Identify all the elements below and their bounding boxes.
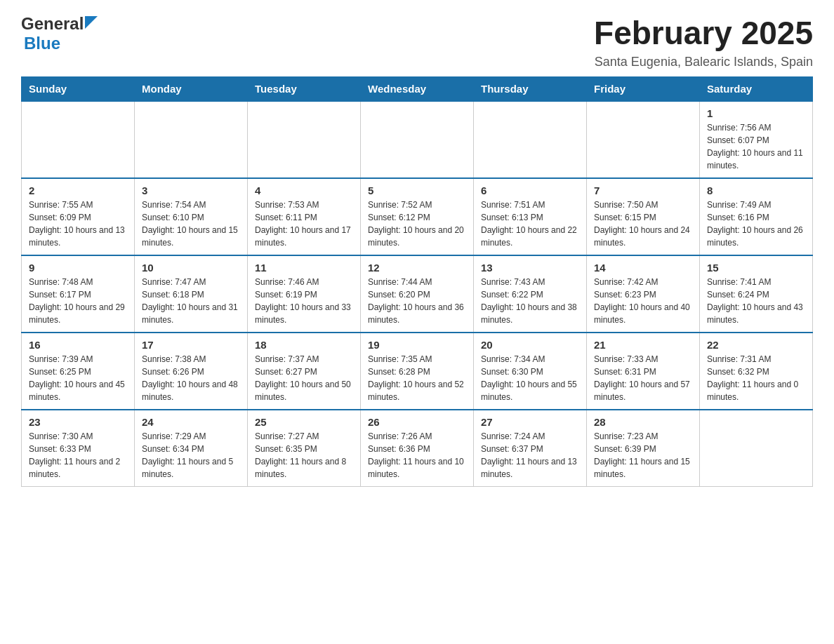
day-number: 26 [368,416,466,428]
calendar-cell: 2Sunrise: 7:55 AM Sunset: 6:09 PM Daylig… [22,178,135,255]
day-info: Sunrise: 7:41 AM Sunset: 6:24 PM Dayligh… [707,276,805,326]
calendar-cell: 26Sunrise: 7:26 AM Sunset: 6:36 PM Dayli… [361,410,474,487]
calendar-cell [361,101,474,178]
calendar-week-row: 9Sunrise: 7:48 AM Sunset: 6:17 PM Daylig… [22,255,813,333]
calendar-week-row: 16Sunrise: 7:39 AM Sunset: 6:25 PM Dayli… [22,333,813,410]
calendar-header-friday: Friday [587,77,700,102]
day-info: Sunrise: 7:49 AM Sunset: 6:16 PM Dayligh… [707,199,805,249]
day-info: Sunrise: 7:24 AM Sunset: 6:37 PM Dayligh… [481,430,579,481]
day-number: 16 [29,339,127,351]
svg-marker-0 [85,16,98,29]
day-info: Sunrise: 7:50 AM Sunset: 6:15 PM Dayligh… [594,199,692,249]
calendar-cell: 1Sunrise: 7:56 AM Sunset: 6:07 PM Daylig… [700,101,813,178]
day-info: Sunrise: 7:37 AM Sunset: 6:27 PM Dayligh… [255,353,353,403]
calendar-cell: 12Sunrise: 7:44 AM Sunset: 6:20 PM Dayli… [361,255,474,333]
calendar-cell: 28Sunrise: 7:23 AM Sunset: 6:39 PM Dayli… [587,410,700,487]
logo-general-text: General [21,14,84,34]
day-number: 9 [29,262,127,274]
day-number: 25 [255,416,353,428]
day-number: 28 [594,416,692,428]
day-number: 13 [481,262,579,274]
calendar-cell [22,101,135,178]
month-title: February 2025 [594,14,813,52]
day-info: Sunrise: 7:44 AM Sunset: 6:20 PM Dayligh… [368,276,466,326]
day-number: 11 [255,262,353,274]
day-number: 8 [707,185,805,196]
day-number: 1 [707,107,805,119]
day-info: Sunrise: 7:47 AM Sunset: 6:18 PM Dayligh… [142,276,240,326]
day-number: 19 [368,339,466,351]
day-number: 14 [594,262,692,274]
calendar-cell: 11Sunrise: 7:46 AM Sunset: 6:19 PM Dayli… [248,255,361,333]
calendar-header-thursday: Thursday [474,77,587,102]
logo: General Blue [21,14,98,53]
day-number: 21 [594,339,692,351]
calendar-cell: 22Sunrise: 7:31 AM Sunset: 6:32 PM Dayli… [700,333,813,410]
calendar-cell: 10Sunrise: 7:47 AM Sunset: 6:18 PM Dayli… [135,255,248,333]
calendar-header-monday: Monday [135,77,248,102]
location-subtitle: Santa Eugenia, Balearic Islands, Spain [594,55,813,69]
day-info: Sunrise: 7:56 AM Sunset: 6:07 PM Dayligh… [707,121,805,172]
day-number: 3 [142,185,240,196]
day-number: 24 [142,416,240,428]
day-info: Sunrise: 7:46 AM Sunset: 6:19 PM Dayligh… [255,276,353,326]
day-number: 6 [481,185,579,196]
calendar-cell: 6Sunrise: 7:51 AM Sunset: 6:13 PM Daylig… [474,178,587,255]
calendar-table: SundayMondayTuesdayWednesdayThursdayFrid… [21,76,813,487]
calendar-cell: 4Sunrise: 7:53 AM Sunset: 6:11 PM Daylig… [248,178,361,255]
day-number: 23 [29,416,127,428]
calendar-cell [248,101,361,178]
calendar-cell: 19Sunrise: 7:35 AM Sunset: 6:28 PM Dayli… [361,333,474,410]
day-number: 17 [142,339,240,351]
calendar-cell: 27Sunrise: 7:24 AM Sunset: 6:37 PM Dayli… [474,410,587,487]
calendar-cell: 13Sunrise: 7:43 AM Sunset: 6:22 PM Dayli… [474,255,587,333]
day-info: Sunrise: 7:53 AM Sunset: 6:11 PM Dayligh… [255,199,353,249]
day-number: 27 [481,416,579,428]
calendar-header-saturday: Saturday [700,77,813,102]
day-number: 4 [255,185,353,196]
calendar-week-row: 1Sunrise: 7:56 AM Sunset: 6:07 PM Daylig… [22,101,813,178]
day-info: Sunrise: 7:30 AM Sunset: 6:33 PM Dayligh… [29,430,127,481]
day-info: Sunrise: 7:43 AM Sunset: 6:22 PM Dayligh… [481,276,579,326]
day-number: 2 [29,185,127,196]
logo-arrow-icon [85,16,98,32]
day-info: Sunrise: 7:26 AM Sunset: 6:36 PM Dayligh… [368,430,466,481]
calendar-cell: 15Sunrise: 7:41 AM Sunset: 6:24 PM Dayli… [700,255,813,333]
day-info: Sunrise: 7:39 AM Sunset: 6:25 PM Dayligh… [29,353,127,403]
day-number: 15 [707,262,805,274]
calendar-cell: 24Sunrise: 7:29 AM Sunset: 6:34 PM Dayli… [135,410,248,487]
calendar-cell [700,410,813,487]
day-info: Sunrise: 7:42 AM Sunset: 6:23 PM Dayligh… [594,276,692,326]
page-header: General Blue February 2025 Santa Eugenia… [21,14,813,69]
day-info: Sunrise: 7:38 AM Sunset: 6:26 PM Dayligh… [142,353,240,403]
calendar-cell: 5Sunrise: 7:52 AM Sunset: 6:12 PM Daylig… [361,178,474,255]
calendar-header-sunday: Sunday [22,77,135,102]
calendar-cell: 16Sunrise: 7:39 AM Sunset: 6:25 PM Dayli… [22,333,135,410]
day-info: Sunrise: 7:35 AM Sunset: 6:28 PM Dayligh… [368,353,466,403]
calendar-header-wednesday: Wednesday [361,77,474,102]
calendar-cell: 8Sunrise: 7:49 AM Sunset: 6:16 PM Daylig… [700,178,813,255]
calendar-cell: 18Sunrise: 7:37 AM Sunset: 6:27 PM Dayli… [248,333,361,410]
calendar-header-tuesday: Tuesday [248,77,361,102]
day-info: Sunrise: 7:48 AM Sunset: 6:17 PM Dayligh… [29,276,127,326]
day-number: 10 [142,262,240,274]
calendar-cell: 25Sunrise: 7:27 AM Sunset: 6:35 PM Dayli… [248,410,361,487]
calendar-cell: 23Sunrise: 7:30 AM Sunset: 6:33 PM Dayli… [22,410,135,487]
day-info: Sunrise: 7:52 AM Sunset: 6:12 PM Dayligh… [368,199,466,249]
calendar-cell: 3Sunrise: 7:54 AM Sunset: 6:10 PM Daylig… [135,178,248,255]
calendar-week-row: 2Sunrise: 7:55 AM Sunset: 6:09 PM Daylig… [22,178,813,255]
day-info: Sunrise: 7:27 AM Sunset: 6:35 PM Dayligh… [255,430,353,481]
day-info: Sunrise: 7:31 AM Sunset: 6:32 PM Dayligh… [707,353,805,403]
calendar-cell: 14Sunrise: 7:42 AM Sunset: 6:23 PM Dayli… [587,255,700,333]
day-number: 20 [481,339,579,351]
day-info: Sunrise: 7:55 AM Sunset: 6:09 PM Dayligh… [29,199,127,249]
day-number: 12 [368,262,466,274]
day-number: 22 [707,339,805,351]
calendar-cell [587,101,700,178]
day-number: 18 [255,339,353,351]
day-info: Sunrise: 7:34 AM Sunset: 6:30 PM Dayligh… [481,353,579,403]
day-info: Sunrise: 7:51 AM Sunset: 6:13 PM Dayligh… [481,199,579,249]
day-info: Sunrise: 7:29 AM Sunset: 6:34 PM Dayligh… [142,430,240,481]
calendar-cell [474,101,587,178]
calendar-cell: 20Sunrise: 7:34 AM Sunset: 6:30 PM Dayli… [474,333,587,410]
